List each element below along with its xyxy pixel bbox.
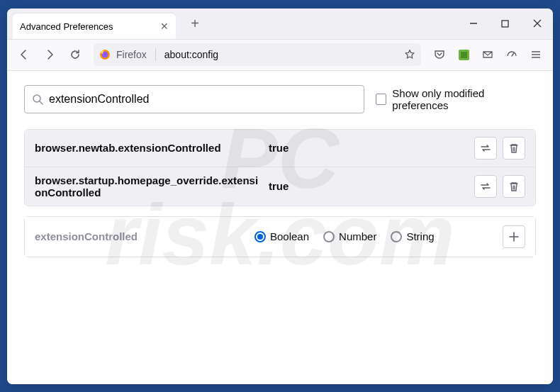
add-pref-section: extensionControlled Boolean Number Strin…	[24, 216, 536, 257]
radio-icon	[323, 231, 335, 242]
type-number-radio[interactable]: Number	[323, 230, 376, 242]
prefs-table: browser.newtab.extensionControlled true …	[24, 129, 536, 206]
checkbox-label: Show only modified preferences	[392, 87, 536, 111]
url-text: about:config	[164, 49, 218, 60]
titlebar: Advanced Preferences ✕ +	[7, 9, 553, 40]
new-tab-button[interactable]: +	[184, 13, 206, 34]
search-input[interactable]	[49, 93, 357, 106]
url-identity-label: Firefox	[116, 49, 147, 60]
toggle-button[interactable]	[474, 175, 497, 198]
add-button[interactable]	[503, 225, 525, 248]
window-controls	[457, 9, 553, 40]
row-actions	[474, 175, 525, 198]
forward-button[interactable]	[38, 43, 61, 66]
search-box[interactable]	[24, 85, 364, 113]
browser-tab[interactable]: Advanced Preferences ✕	[13, 13, 176, 39]
minimize-button[interactable]	[457, 9, 489, 40]
radio-label: Number	[339, 230, 376, 242]
menu-icon[interactable]	[525, 43, 547, 66]
row-actions	[474, 137, 525, 159]
radio-label: Boolean	[270, 230, 309, 242]
tab-title: Advanced Preferences	[20, 21, 113, 32]
checkbox-icon	[376, 94, 386, 105]
type-boolean-radio[interactable]: Boolean	[254, 230, 309, 242]
pref-row: browser.startup.homepage_override.extens…	[25, 167, 535, 206]
reload-button[interactable]	[64, 43, 86, 66]
url-bar[interactable]: Firefox about:config	[94, 43, 421, 66]
type-options: Boolean Number String	[254, 230, 495, 242]
pref-value: true	[269, 180, 467, 192]
pref-name: browser.newtab.extensionControlled	[35, 142, 262, 154]
extension-icon[interactable]	[452, 43, 475, 66]
add-pref-row: extensionControlled Boolean Number Strin…	[25, 217, 535, 257]
close-icon[interactable]: ✕	[160, 21, 169, 32]
dashboard-icon[interactable]	[500, 43, 523, 66]
delete-button[interactable]	[503, 175, 525, 198]
toggle-button[interactable]	[474, 137, 497, 159]
page-content: Show only modified preferences browser.n…	[7, 71, 553, 384]
pref-row: browser.newtab.extensionControlled true	[25, 130, 535, 167]
svg-line-8	[512, 53, 514, 56]
bookmark-star-icon[interactable]	[404, 49, 415, 60]
show-modified-checkbox[interactable]: Show only modified preferences	[376, 87, 536, 111]
back-button[interactable]	[13, 43, 35, 66]
pocket-icon[interactable]	[428, 43, 451, 66]
svg-line-13	[40, 101, 43, 104]
toolbar-actions	[428, 43, 547, 66]
maximize-button[interactable]	[489, 9, 521, 40]
svg-rect-1	[502, 21, 508, 27]
radio-icon	[254, 231, 266, 242]
search-row: Show only modified preferences	[24, 85, 536, 113]
type-string-radio[interactable]: String	[391, 230, 434, 242]
delete-button[interactable]	[503, 137, 525, 159]
search-icon	[32, 94, 43, 105]
svg-rect-7	[461, 52, 467, 58]
toolbar: Firefox about:config	[7, 40, 553, 71]
pref-value: true	[269, 142, 467, 154]
close-window-button[interactable]	[521, 9, 553, 40]
radio-icon	[391, 231, 402, 242]
url-separator	[155, 48, 156, 61]
pref-name: browser.startup.homepage_override.extens…	[35, 174, 262, 198]
add-pref-name: extensionControlled	[35, 230, 247, 242]
firefox-icon	[99, 49, 111, 60]
radio-label: String	[406, 230, 434, 242]
mail-icon[interactable]	[476, 43, 499, 66]
browser-window: Advanced Preferences ✕ +	[7, 9, 553, 384]
